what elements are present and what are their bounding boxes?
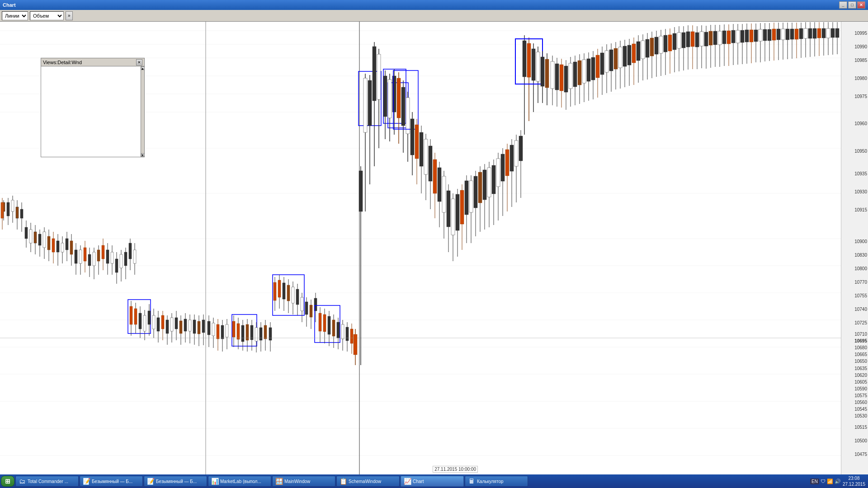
svg-rect-230 [447, 191, 450, 227]
svg-rect-339 [691, 32, 694, 47]
maximize-button[interactable]: □ [848, 1, 856, 9]
svg-rect-77 [129, 243, 132, 259]
taskbar-clock[interactable]: 23:08 27.12.2015 [843, 475, 865, 487]
chart-area[interactable]: 10995 10990 10985 10980 10975 10960 1095… [0, 22, 868, 474]
svg-rect-293 [587, 59, 590, 81]
price-label: 10830 [854, 253, 867, 258]
svg-rect-193 [368, 80, 372, 126]
svg-rect-236 [460, 190, 464, 224]
svg-rect-63 [97, 250, 100, 261]
taskbar-item-notepad1[interactable]: 📝 Безымянный — Б... [80, 476, 143, 487]
svg-rect-182 [350, 329, 353, 343]
taskbar-item-notepad2[interactable]: 📝 Безымянный — Б... [144, 476, 207, 487]
svg-rect-359 [736, 30, 740, 43]
price-label: 10935 [854, 171, 867, 176]
svg-rect-29 [1, 202, 4, 218]
svg-rect-94 [157, 318, 160, 331]
svg-rect-353 [722, 31, 726, 44]
svg-rect-86 [139, 313, 142, 329]
taskbar-item-schemawindow[interactable]: 📋 SchemaWindow [336, 476, 400, 487]
scroll-up-button[interactable]: ▲ [141, 66, 145, 70]
svg-rect-363 [745, 30, 749, 42]
svg-rect-203 [388, 80, 392, 118]
svg-rect-25 [16, 207, 19, 218]
svg-rect-75 [124, 252, 127, 266]
svg-rect-180 [346, 327, 349, 341]
price-label: 10560 [854, 400, 867, 405]
taskbar-item-marketlab[interactable]: 📊 MarketLab (выпол... [208, 476, 271, 487]
svg-rect-147 [274, 282, 276, 300]
svg-rect-222 [429, 146, 432, 181]
svg-rect-84 [134, 309, 137, 324]
svg-rect-309 [623, 46, 627, 66]
svg-rect-98 [166, 320, 169, 333]
info-panel-title: Views:Detail:Wnd ✕ [41, 58, 144, 66]
svg-rect-335 [682, 33, 685, 48]
svg-rect-211 [406, 98, 410, 134]
svg-rect-303 [609, 50, 613, 71]
price-label: 10985 [854, 58, 867, 63]
taskbar-item-totalcommander[interactable]: 🗂 Total Commander ... [15, 476, 79, 487]
svg-rect-357 [731, 30, 735, 43]
systray-icons: EN 🛡 📶 🔊 [810, 479, 841, 484]
svg-rect-319 [646, 39, 649, 57]
svg-rect-307 [618, 47, 622, 68]
svg-rect-65 [102, 245, 104, 259]
price-label: 10975 [854, 94, 867, 99]
svg-rect-130 [237, 324, 240, 339]
svg-rect-216 [415, 125, 419, 159]
more-button[interactable]: » [66, 11, 73, 20]
svg-rect-176 [337, 322, 340, 338]
info-panel: Views:Detail:Wnd ✕ ▲ ▼ [41, 58, 145, 157]
lang-indicator: EN [810, 479, 819, 484]
svg-rect-305 [614, 48, 618, 69]
svg-rect-71 [115, 259, 118, 272]
price-label-current: 10695 [854, 338, 867, 343]
svg-rect-373 [768, 29, 771, 41]
svg-rect-191 [363, 78, 367, 132]
close-button[interactable]: ✕ [857, 1, 865, 9]
svg-rect-381 [786, 29, 789, 40]
window-title: Chart [3, 2, 16, 8]
svg-rect-153 [287, 285, 290, 301]
start-button[interactable]: ⊞ [1, 476, 14, 487]
svg-rect-387 [799, 28, 803, 39]
svg-rect-149 [278, 280, 281, 297]
price-label: 10635 [854, 366, 867, 371]
svg-rect-351 [718, 31, 722, 45]
svg-rect-295 [591, 57, 595, 80]
lines-dropdown[interactable]: Линии Свечи Бары [2, 11, 28, 20]
info-panel-close-button[interactable]: ✕ [136, 59, 142, 66]
svg-rect-88 [143, 315, 146, 331]
taskbar-item-chart[interactable]: 📈 Chart [401, 476, 464, 487]
svg-rect-174 [332, 320, 335, 336]
svg-rect-59 [88, 254, 91, 266]
scroll-down-button[interactable]: ▼ [141, 153, 145, 157]
taskbar-item-mainwindow[interactable]: 🪟 MainWindow [272, 476, 335, 487]
svg-rect-321 [650, 38, 654, 56]
svg-rect-401 [831, 28, 835, 38]
svg-rect-189 [359, 171, 363, 211]
svg-rect-205 [392, 76, 396, 112]
svg-rect-226 [438, 168, 441, 202]
svg-rect-55 [79, 250, 82, 263]
svg-rect-132 [241, 325, 244, 342]
svg-rect-327 [664, 35, 667, 52]
svg-rect-172 [328, 316, 330, 334]
svg-rect-349 [713, 31, 717, 45]
svg-rect-168 [319, 313, 321, 331]
svg-rect-277 [551, 61, 554, 89]
price-label: 10475 [854, 452, 867, 457]
svg-rect-61 [93, 252, 95, 266]
taskbar-item-calculator[interactable]: 🖩 Калькулятор [465, 476, 528, 487]
svg-rect-159 [301, 297, 303, 311]
svg-rect-145 [269, 328, 272, 340]
svg-rect-220 [424, 139, 428, 174]
svg-rect-121 [217, 324, 219, 339]
svg-rect-53 [75, 250, 77, 263]
volume-dropdown[interactable]: Объем Тиков Диапазон [30, 11, 64, 20]
minimize-button[interactable]: _ [839, 1, 847, 9]
svg-rect-311 [627, 45, 631, 65]
info-panel-scrollbar[interactable]: ▲ ▼ [141, 66, 144, 157]
toolbar: Линии Свечи Бары Объем Тиков Диапазон » [0, 10, 868, 22]
